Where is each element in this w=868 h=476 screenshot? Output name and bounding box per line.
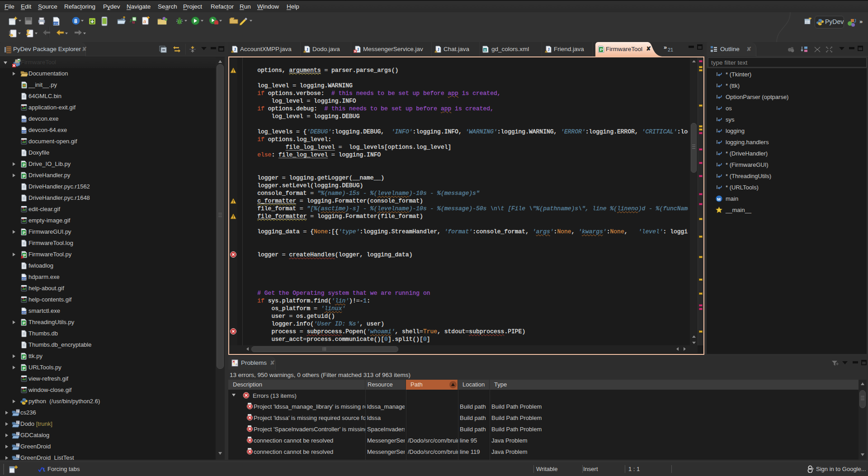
svg-text:8: 8	[74, 18, 77, 24]
svg-text:M: M	[717, 197, 721, 202]
svg-text:a: a	[121, 17, 123, 20]
svg-text:J: J	[547, 47, 550, 52]
svg-text:✘: ✘	[20, 255, 24, 259]
svg-text:P: P	[23, 321, 25, 325]
svg-text:a: a	[484, 48, 486, 52]
svg-text:010: 010	[54, 22, 59, 25]
svg-text:P: P	[23, 174, 25, 179]
svg-text:J: J	[357, 47, 359, 52]
svg-text:010: 010	[22, 311, 27, 314]
svg-text:010: 010	[22, 119, 27, 122]
svg-text:J: J	[234, 47, 236, 52]
svg-text:P: P	[23, 355, 25, 359]
svg-text:a: a	[143, 19, 146, 24]
svg-text:P: P	[600, 47, 603, 52]
svg-text:010: 010	[22, 277, 27, 280]
svg-text:P: P	[23, 163, 25, 167]
svg-text:010: 010	[22, 130, 27, 133]
svg-text:P: P	[23, 231, 25, 235]
svg-text:P: P	[23, 366, 25, 371]
svg-text:J: J	[854, 18, 856, 24]
svg-text:J: J	[437, 47, 439, 52]
svg-text:J: J	[306, 47, 308, 52]
